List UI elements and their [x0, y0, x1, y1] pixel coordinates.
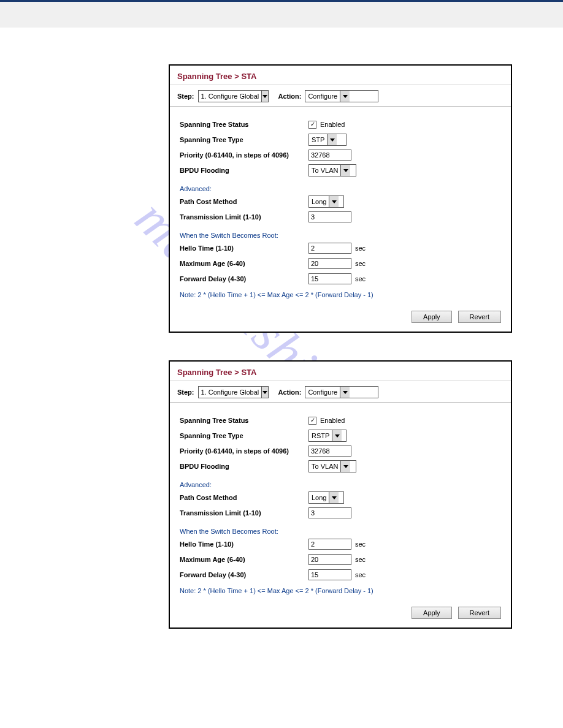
sec-unit: sec	[355, 260, 366, 267]
maxage-label: Maximum Age (6-40)	[180, 556, 308, 563]
pcm-select[interactable]: Long	[308, 491, 344, 504]
breadcrumb: Spanning Tree > STA	[170, 66, 511, 83]
revert-button[interactable]: Revert	[458, 607, 501, 619]
chevron-down-icon[interactable]	[261, 91, 267, 102]
apply-button[interactable]: Apply	[412, 311, 452, 323]
fwd-label: Forward Delay (4-30)	[180, 571, 308, 578]
bpdu-select[interactable]: To VLAN	[308, 460, 356, 472]
sec-unit: sec	[355, 571, 366, 578]
priority-input[interactable]: 32768	[308, 150, 351, 161]
chevron-down-icon[interactable]	[340, 165, 350, 176]
fwd-input[interactable]: 15	[308, 273, 351, 284]
maxage-input[interactable]: 20	[308, 258, 351, 269]
type-select-value: STP	[309, 136, 327, 143]
revert-button[interactable]: Revert	[458, 311, 501, 323]
pcm-select[interactable]: Long	[308, 195, 344, 208]
bpdu-select[interactable]: To VLAN	[308, 164, 356, 176]
chevron-down-icon[interactable]	[329, 196, 339, 207]
type-select[interactable]: RSTP	[308, 430, 347, 442]
fwd-label: Forward Delay (4-30)	[180, 275, 308, 282]
pcm-select-value: Long	[309, 494, 329, 501]
bpdu-label: BPDU Flooding	[180, 463, 308, 470]
chevron-down-icon[interactable]	[327, 134, 337, 145]
status-label: Spanning Tree Status	[180, 121, 308, 128]
constraint-note: Note: 2 * (Hello Time + 1) <= Max Age <=…	[180, 291, 501, 298]
txlimit-input[interactable]: 3	[308, 211, 351, 222]
action-select-value: Configure	[305, 389, 340, 396]
txlimit-input[interactable]: 3	[308, 507, 351, 518]
sec-unit: sec	[355, 540, 366, 548]
status-checkbox[interactable]: ✓	[308, 121, 316, 129]
action-select-value: Configure	[305, 93, 340, 100]
step-select-value: 1. Configure Global	[199, 93, 262, 100]
txlimit-label: Transmission Limit (1-10)	[180, 509, 308, 517]
advanced-header: Advanced:	[180, 481, 501, 488]
hello-input[interactable]: 2	[308, 539, 351, 550]
pcm-label: Path Cost Method	[180, 494, 308, 501]
bpdu-select-value: To VLAN	[309, 463, 340, 470]
bpdu-label: BPDU Flooding	[180, 167, 308, 174]
sec-unit: sec	[355, 556, 366, 563]
sta-panel-stp: Spanning Tree > STA Step: 1. Configure G…	[169, 64, 512, 333]
pcm-select-value: Long	[309, 198, 329, 205]
status-label: Spanning Tree Status	[180, 417, 308, 424]
chevron-down-icon[interactable]	[329, 492, 339, 503]
maxage-label: Maximum Age (6-40)	[180, 260, 308, 267]
advanced-header: Advanced:	[180, 185, 501, 192]
sec-unit: sec	[355, 245, 366, 252]
sec-unit: sec	[355, 275, 366, 282]
txlimit-label: Transmission Limit (1-10)	[180, 213, 308, 221]
maxage-input[interactable]: 20	[308, 554, 351, 565]
priority-label: Priority (0-61440, in steps of 4096)	[180, 151, 308, 159]
action-label: Action:	[278, 93, 302, 100]
type-label: Spanning Tree Type	[180, 136, 308, 143]
priority-input[interactable]: 32768	[308, 446, 351, 457]
constraint-note: Note: 2 * (Hello Time + 1) <= Max Age <=…	[180, 587, 501, 594]
step-label: Step:	[177, 389, 194, 396]
chevron-down-icon[interactable]	[340, 387, 350, 398]
hello-label: Hello Time (1-10)	[180, 540, 308, 548]
chevron-down-icon[interactable]	[261, 387, 267, 398]
fwd-input[interactable]: 15	[308, 569, 351, 580]
bpdu-select-value: To VLAN	[309, 167, 340, 174]
chevron-down-icon[interactable]	[340, 461, 350, 472]
type-select-value: RSTP	[309, 432, 332, 439]
chevron-down-icon[interactable]	[332, 430, 342, 441]
root-header: When the Switch Becomes Root:	[180, 528, 501, 535]
sta-panel-rstp: Spanning Tree > STA Step: 1. Configure G…	[169, 360, 512, 629]
step-label: Step:	[177, 93, 194, 100]
status-checkbox[interactable]: ✓	[308, 417, 316, 425]
priority-label: Priority (0-61440, in steps of 4096)	[180, 447, 308, 455]
action-label: Action:	[278, 389, 302, 396]
step-action-bar: Step: 1. Configure Global Action: Config…	[170, 381, 511, 403]
type-label: Spanning Tree Type	[180, 432, 308, 439]
pcm-label: Path Cost Method	[180, 198, 308, 205]
hello-label: Hello Time (1-10)	[180, 245, 308, 252]
hello-input[interactable]: 2	[308, 243, 351, 254]
status-enabled-text: Enabled	[320, 417, 345, 424]
step-select[interactable]: 1. Configure Global	[198, 386, 269, 398]
apply-button[interactable]: Apply	[412, 607, 452, 619]
root-header: When the Switch Becomes Root:	[180, 232, 501, 239]
type-select[interactable]: STP	[308, 134, 347, 146]
chevron-down-icon[interactable]	[340, 91, 350, 102]
header-ribbon	[0, 2, 563, 28]
action-select[interactable]: Configure	[305, 90, 378, 102]
action-select[interactable]: Configure	[305, 386, 378, 398]
step-action-bar: Step: 1. Configure Global Action: Config…	[170, 85, 511, 107]
step-select-value: 1. Configure Global	[199, 389, 262, 396]
breadcrumb: Spanning Tree > STA	[170, 362, 511, 379]
step-select[interactable]: 1. Configure Global	[198, 90, 269, 102]
status-enabled-text: Enabled	[320, 121, 345, 128]
